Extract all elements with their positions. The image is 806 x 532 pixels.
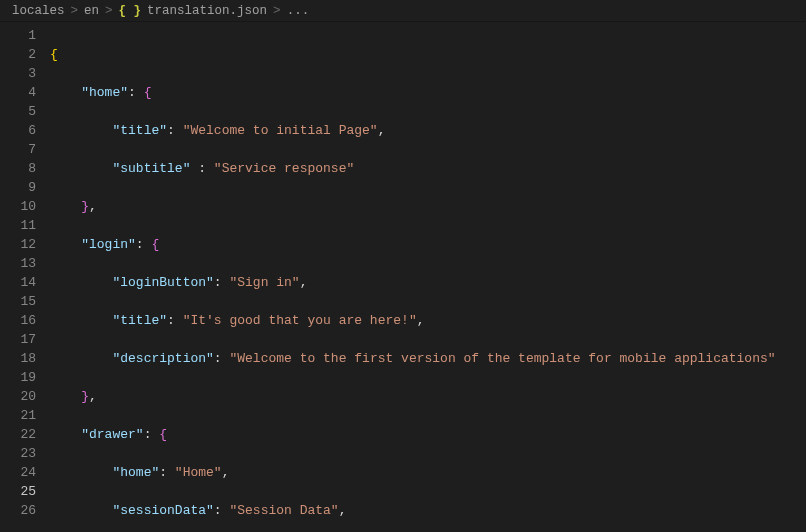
line-number: 7 [0, 140, 36, 159]
line-number: 24 [0, 463, 36, 482]
line-number: 5 [0, 102, 36, 121]
line-number: 26 [0, 501, 36, 520]
line-number: 15 [0, 292, 36, 311]
line-number: 4 [0, 83, 36, 102]
line-number: 19 [0, 368, 36, 387]
line-number: 23 [0, 444, 36, 463]
breadcrumb-seg-en[interactable]: en [84, 4, 99, 18]
breadcrumb-seg-locales[interactable]: locales [12, 4, 65, 18]
line-number: 9 [0, 178, 36, 197]
line-number: 10 [0, 197, 36, 216]
line-number: 3 [0, 64, 36, 83]
line-number: 18 [0, 349, 36, 368]
line-number: 25 [0, 482, 36, 501]
breadcrumb-file[interactable]: translation.json [147, 4, 267, 18]
code-area[interactable]: { "home": { "title": "Welcome to initial… [50, 22, 806, 532]
json-file-icon: { } [119, 4, 142, 18]
chevron-right-icon: > [105, 4, 113, 18]
chevron-right-icon: > [71, 4, 79, 18]
line-number: 13 [0, 254, 36, 273]
line-number-gutter: 1234567891011121314151617181920212223242… [0, 22, 50, 532]
code-editor[interactable]: 1234567891011121314151617181920212223242… [0, 22, 806, 532]
line-number: 20 [0, 387, 36, 406]
line-number: 2 [0, 45, 36, 64]
line-number: 17 [0, 330, 36, 349]
breadcrumb-ellipsis[interactable]: ... [287, 4, 310, 18]
line-number: 12 [0, 235, 36, 254]
line-number: 6 [0, 121, 36, 140]
line-number: 22 [0, 425, 36, 444]
chevron-right-icon: > [273, 4, 281, 18]
line-number: 14 [0, 273, 36, 292]
line-number: 21 [0, 406, 36, 425]
line-number: 8 [0, 159, 36, 178]
line-number: 16 [0, 311, 36, 330]
line-number: 1 [0, 26, 36, 45]
breadcrumb[interactable]: locales > en > { } translation.json > ..… [0, 0, 806, 22]
line-number: 11 [0, 216, 36, 235]
